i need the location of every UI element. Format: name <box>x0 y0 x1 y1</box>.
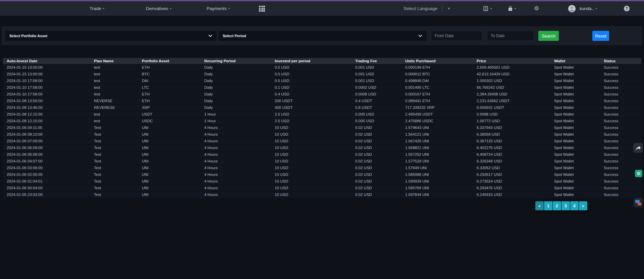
table-cell: 0.000199 ETH <box>401 64 473 71</box>
column-header-recurring-period: Recurring Period <box>200 58 271 64</box>
menu-derivatives[interactable]: Derivatives▾ <box>146 1 171 16</box>
pagination-page-3[interactable]: 3 <box>561 201 570 210</box>
language-caret-icon: ▼ <box>447 7 450 10</box>
pagination-next-button[interactable]: » <box>579 201 587 210</box>
table-cell: 1.567426 UNI <box>401 138 473 144</box>
table-cell: 2024-01-06 08:10:00 <box>3 131 90 138</box>
table-cell: UNI <box>138 131 200 138</box>
portfolio-asset-select[interactable]: Select Portfolio Asset <box>5 31 217 41</box>
main-navbar: Trade▾Derivatives▾Payments▾ Select Langu… <box>0 1 644 16</box>
table-cell: Spot Wallet <box>550 104 600 111</box>
menu-trade[interactable]: Trade▾ <box>90 1 104 16</box>
table-cell: 0.02 USD <box>351 178 401 185</box>
chevron-down-icon <box>418 33 423 38</box>
table-row: 2024-01-06 03:06:00TestUNI4 Hours10 USD0… <box>3 164 641 171</box>
table-cell: 1.00772 USD <box>473 118 550 124</box>
table-cell: Spot Wallet <box>550 171 600 178</box>
search-button[interactable]: Search <box>538 31 559 41</box>
column-header-auto-invest-date: Auto-Invest Date <box>3 58 90 64</box>
table-cell: ETH <box>138 64 200 71</box>
table-cell: 2024-01-15 13:00:00 <box>3 64 90 71</box>
table-cell: Test <box>90 124 138 131</box>
menu-payments[interactable]: Payments▾ <box>207 1 230 16</box>
table-cell: 0.001 USD <box>351 71 401 77</box>
chatgpt-icon[interactable] <box>635 170 642 177</box>
language-selector[interactable]: Select Language ▼ <box>404 1 450 16</box>
table-cell: DAI <box>138 77 200 84</box>
gear-icon: ⚙ <box>534 5 539 12</box>
table-cell: Spot Wallet <box>550 124 600 131</box>
wallet-bag-menu[interactable]: ▾ <box>507 1 516 16</box>
pagination-page-2[interactable]: 2 <box>553 201 561 210</box>
orders-book-menu[interactable]: ▾ <box>483 1 492 16</box>
table-row: 2024-01-06 00:04:00TestUNI4 Hours10 USD0… <box>3 185 641 191</box>
table-cell: 0.001 USD <box>351 77 401 84</box>
table-cell: Spot Wallet <box>550 185 600 191</box>
pagination-page-1[interactable]: 1 <box>544 201 552 210</box>
table-row: 2024-01-06 04:07:00TestUNI4 Hours10 USD0… <box>3 158 641 164</box>
menu-label: Payments <box>207 6 227 11</box>
table-cell: 6.273024 USD <box>473 178 550 185</box>
table-cell: 1.558821 UNI <box>401 144 473 151</box>
pagination-prev-button[interactable]: « <box>535 201 544 210</box>
table-cell: Daily <box>200 104 271 111</box>
user-menu[interactable]: kunda.. ▾ <box>568 1 597 16</box>
table-cell: 10 USD <box>271 185 351 191</box>
table-row: 2024-01-06 01:04:01TestUNI4 Hours10 USD0… <box>3 178 641 185</box>
from-date-input[interactable] <box>431 31 482 41</box>
table-cell: Spot Wallet <box>550 178 600 185</box>
table-cell: UNI <box>138 151 200 158</box>
table-cell: 10 USD <box>271 138 351 144</box>
help-button[interactable]: ? <box>624 1 630 16</box>
period-select[interactable]: Select Period <box>219 31 427 41</box>
table-cell: 0.02 USD <box>351 131 401 138</box>
chevron-down-icon: ▾ <box>596 7 597 10</box>
pagination: «1234» <box>535 201 587 210</box>
table-cell: 0.02 USD <box>351 185 401 191</box>
table-cell: Spot Wallet <box>550 138 600 144</box>
table-cell: 2024-01-08 12:15:00 <box>3 118 90 124</box>
table-cell: Success <box>600 185 641 191</box>
table-cell: 2024-01-06 00:04:00 <box>3 185 90 191</box>
table-cell: Test <box>90 151 138 158</box>
table-row: 2024-01-08 13:46:00REVERESEXRPDaily400 U… <box>3 104 641 111</box>
user-name: kunda.. <box>580 6 594 11</box>
chat-bubbles-icon[interactable] <box>634 198 643 207</box>
table-cell: 4 Hours <box>200 164 271 171</box>
filter-panel: Select Portfolio Asset Select Period Sea… <box>2 26 642 45</box>
table-cell: 0.0008 USD <box>351 91 401 97</box>
table-cell: 2024-01-08 13:56:00 <box>3 97 90 104</box>
table-cell: Daily <box>200 77 271 84</box>
table-cell: 0.02 USD <box>351 171 401 178</box>
period-select-label: Select Period <box>223 34 246 38</box>
table-cell: 2024-01-06 06:09:00 <box>3 144 90 151</box>
table-cell: UNI <box>138 178 200 185</box>
table-cell: test <box>90 64 138 71</box>
reset-button[interactable]: Reset <box>592 31 609 41</box>
table-cell: 4 Hours <box>200 178 271 185</box>
table-cell: Success <box>600 124 641 131</box>
share-icon[interactable] <box>633 143 643 153</box>
table-cell: 4 Hours <box>200 185 271 191</box>
table-cell: 2,384.39408 USD <box>473 91 550 97</box>
table-cell: 2024-01-06 07:09:00 <box>3 138 90 144</box>
column-header-wallet: Wallet <box>550 58 600 64</box>
bag-icon <box>507 6 513 12</box>
table-cell: 1 Hour <box>200 118 271 124</box>
table-cell: ETH <box>138 91 200 97</box>
table-cell: Test <box>90 191 138 198</box>
table-cell: 10 USD <box>271 164 351 171</box>
table-cell: 10 USD <box>271 151 351 158</box>
pagination-page-4[interactable]: 4 <box>570 201 579 210</box>
table-cell: 4 Hours <box>200 151 271 158</box>
column-header-status: Status <box>600 58 641 64</box>
apps-grid-icon[interactable] <box>259 6 265 12</box>
settings-button[interactable]: ⚙ <box>534 1 539 16</box>
to-date-input[interactable] <box>487 31 534 41</box>
table-cell: Spot Wallet <box>550 118 600 124</box>
table-cell: 2024-01-08 13:46:00 <box>3 104 90 111</box>
table-cell: 6.337943 USD <box>473 124 550 131</box>
table-cell: 4 Hours <box>200 158 271 164</box>
table-cell: 0.556501 USDT <box>473 104 550 111</box>
table-row: 2024-01-06 08:10:00TestUNI4 Hours10 USD0… <box>3 131 641 138</box>
